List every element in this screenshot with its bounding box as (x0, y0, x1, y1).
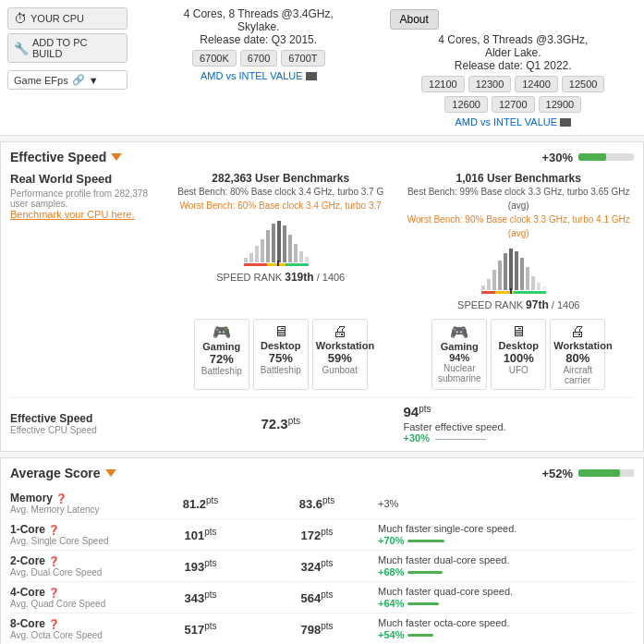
right-gaming-game: Nuclear submarine (435, 363, 483, 383)
benchmark-link[interactable]: Benchmark your CPU here. (10, 209, 158, 220)
svg-rect-1 (249, 253, 253, 262)
left-bench-count: 282,363 User Benchmarks (165, 172, 396, 185)
eightcore-left-val: 517pts (145, 621, 256, 637)
avg-dropdown-triangle[interactable] (105, 469, 116, 477)
left-perf-boxes: 🎮 Gaming 72% Battleship 🖥 Desktop 75% Ba… (165, 319, 396, 390)
avg-score-rows: Memory ❓ Avg. Memory Latency 81.2pts 83.… (10, 488, 634, 644)
twocore-label: 2-Core ❓ (10, 554, 140, 567)
right-ws-label: Workstation (553, 340, 601, 351)
chip-12500[interactable]: 12500 (562, 76, 605, 92)
gamepad-icon-left: 🎮 (198, 323, 246, 341)
svg-rect-20 (504, 253, 507, 290)
eightcore-note: Much faster octa-core speed. +54% (378, 617, 634, 640)
right-desktop-label: Desktop (494, 340, 542, 351)
svg-rect-28 (481, 291, 495, 294)
effective-speed-badge: +30% (541, 151, 634, 164)
your-cpu-button[interactable]: ⏱ YOUR CPU (7, 7, 128, 30)
right-speed-rank: SPEED RANK 97th / 1406 (404, 298, 635, 311)
svg-rect-4 (266, 230, 270, 262)
real-world-speed-label: Real World Speed Performance profile fro… (10, 172, 158, 220)
left-rank-total: / 1406 (317, 272, 346, 283)
right-rank-total: / 1406 (552, 299, 580, 310)
eff-bar (578, 153, 606, 161)
right-workstation-box: 🖨 Workstation 80% Aircraft carrier (550, 319, 605, 390)
svg-rect-14 (286, 263, 309, 266)
chip-12100[interactable]: 12100 (421, 76, 465, 92)
left-cpu-release: Release date: Q3 2015. (135, 33, 383, 46)
wrench-icon: 🔧 (14, 42, 29, 55)
right-rank: 97th (526, 298, 549, 311)
svg-rect-26 (537, 283, 541, 290)
left-bench-col: 282,363 User Benchmarks Best Bench: 80% … (165, 172, 396, 284)
left-ws-label: Workstation (316, 340, 364, 351)
chip-12400[interactable]: 12400 (515, 76, 558, 92)
left-vs-intel[interactable]: AMD vs INTEL VALUE (135, 70, 383, 81)
eff-speed-label: Effective Speed (10, 412, 158, 425)
right-desktop-pct: 100% (494, 351, 542, 365)
right-rank-label: SPEED RANK (457, 299, 523, 310)
effective-speed-section: Effective Speed +30% Real World Speed Pe… (0, 141, 644, 452)
left-workstation-box: 🖨 Workstation 59% Gunboat (312, 319, 368, 390)
dropdown-triangle[interactable] (111, 153, 122, 161)
onecore-label-col: 1-Core ❓ Avg. Single Core Speed (10, 523, 140, 546)
svg-rect-27 (542, 286, 546, 290)
title-text: Effective Speed (10, 150, 106, 164)
svg-rect-3 (261, 239, 264, 262)
right-sparkline (477, 244, 560, 295)
svg-rect-22 (515, 251, 518, 290)
chip-12300[interactable]: 12300 (468, 76, 512, 92)
game-efps-button[interactable]: Game EFps 🔗 ▼ (7, 70, 128, 90)
right-bench-best: Best Bench: 99% Base clock 3.3 GHz, turb… (404, 185, 635, 213)
about-button[interactable]: About (390, 9, 439, 30)
vs-icon-right (560, 118, 571, 127)
right-desktop-box: 🖥 Desktop 100% UFO (491, 319, 546, 390)
svg-rect-2 (255, 246, 259, 262)
onecore-left-val: 101pts (145, 527, 256, 542)
onecore-sublabel: Avg. Single Core Speed (10, 536, 140, 546)
eightcore-label: 8-Core ❓ (10, 617, 140, 630)
twocore-sublabel: Avg. Dual Core Speed (10, 567, 140, 577)
right-bench-worst: Worst Bench: 90% Base clock 3.3 GHz, tur… (404, 213, 635, 240)
chip-12700[interactable]: 12700 (492, 96, 535, 113)
fourcore-row: 4-Core ❓ Avg. Quad Core Speed 343pts 564… (10, 582, 634, 614)
twocore-row: 2-Core ❓ Avg. Dual Core Speed 193pts 324… (10, 551, 634, 582)
memory-label-col: Memory ❓ Avg. Memory Latency (10, 492, 140, 515)
svg-rect-30 (514, 291, 546, 294)
left-gaming-box: 🎮 Gaming 72% Battleship (194, 319, 249, 390)
svg-rect-13 (267, 263, 286, 266)
top-section: ⏱ YOUR CPU 🔧 ADD TO PC BUILD Game EFps 🔗… (0, 0, 644, 136)
onecore-note: Much faster single-core speed. +70% (378, 523, 634, 546)
eff-left-unit: pts (288, 416, 300, 426)
eightcore-bar (407, 634, 433, 637)
average-score-badge: +52% (541, 467, 634, 480)
average-score-title: Average Score (10, 466, 116, 480)
onecore-right-val: 172pts (261, 527, 372, 542)
chip-12600[interactable]: 12600 (444, 96, 488, 113)
svg-rect-21 (509, 249, 513, 290)
svg-rect-9 (294, 244, 298, 262)
right-perf-boxes: 🎮 Gaming 94% Nuclear submarine 🖥 Desktop… (404, 319, 635, 390)
left-bench-worst: Worst Bench: 60% Base clock 3.4 GHz, tur… (165, 199, 396, 213)
svg-rect-23 (520, 258, 524, 290)
chip-6700t[interactable]: 6700T (281, 50, 324, 67)
server-icon-right: 🖨 (553, 323, 601, 340)
right-desktop-game: UFO (494, 365, 542, 375)
chip-6700k[interactable]: 6700K (192, 50, 237, 67)
left-ws-game: Gunboat (316, 365, 364, 375)
fourcore-left-val: 343pts (145, 589, 256, 605)
avg-bar (578, 469, 620, 477)
svg-rect-0 (244, 258, 248, 262)
chip-12900[interactable]: 12900 (539, 96, 582, 113)
eff-percent: +30% (541, 151, 573, 164)
cpu-icon: ⏱ (14, 11, 27, 26)
svg-rect-5 (272, 224, 275, 262)
svg-rect-25 (531, 276, 535, 290)
add-to-build-button[interactable]: 🔧 ADD TO PC BUILD (7, 33, 128, 63)
chip-6700[interactable]: 6700 (240, 50, 277, 67)
right-cpu-specs2: Alder Lake. (485, 46, 541, 59)
bench-counts-row: Real World Speed Performance profile fro… (10, 172, 634, 311)
twocore-label-col: 2-Core ❓ Avg. Dual Core Speed (10, 554, 140, 577)
memory-right-val: 83.6pts (261, 495, 372, 511)
effective-speed-title: Effective Speed (10, 150, 122, 164)
right-vs-intel[interactable]: AMD vs INTEL VALUE (455, 116, 571, 128)
